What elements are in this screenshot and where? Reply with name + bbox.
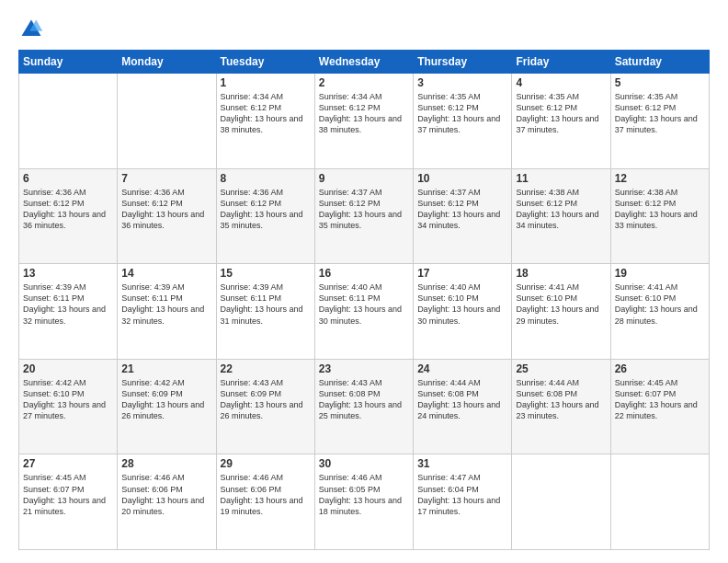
calendar-cell: 29Sunrise: 4:46 AM Sunset: 6:06 PM Dayli… [216, 454, 314, 550]
day-number: 17 [417, 267, 507, 280]
day-number: 13 [23, 267, 113, 280]
calendar-cell: 22Sunrise: 4:43 AM Sunset: 6:09 PM Dayli… [216, 359, 314, 454]
calendar-cell: 13Sunrise: 4:39 AM Sunset: 6:11 PM Dayli… [19, 264, 118, 360]
weekday-monday: Monday [118, 51, 216, 74]
calendar-cell: 23Sunrise: 4:43 AM Sunset: 6:08 PM Dayli… [314, 359, 413, 454]
day-info: Sunrise: 4:41 AM Sunset: 6:10 PM Dayligh… [516, 282, 606, 327]
day-number: 4 [516, 76, 606, 89]
day-info: Sunrise: 4:46 AM Sunset: 6:05 PM Dayligh… [319, 472, 409, 517]
day-number: 22 [221, 362, 311, 375]
day-info: Sunrise: 4:43 AM Sunset: 6:09 PM Dayligh… [221, 377, 311, 422]
day-info: Sunrise: 4:38 AM Sunset: 6:12 PM Dayligh… [615, 187, 705, 232]
day-number: 6 [23, 172, 113, 185]
day-info: Sunrise: 4:37 AM Sunset: 6:12 PM Dayligh… [417, 187, 507, 232]
calendar-cell: 31Sunrise: 4:47 AM Sunset: 6:04 PM Dayli… [414, 454, 512, 550]
day-number: 3 [417, 76, 507, 89]
weekday-wednesday: Wednesday [314, 51, 413, 74]
calendar-cell: 8Sunrise: 4:36 AM Sunset: 6:12 PM Daylig… [216, 168, 314, 264]
day-number: 8 [221, 172, 311, 185]
day-info: Sunrise: 4:44 AM Sunset: 6:08 PM Dayligh… [417, 377, 507, 422]
calendar-cell [610, 454, 709, 550]
day-info: Sunrise: 4:35 AM Sunset: 6:12 PM Dayligh… [516, 91, 606, 136]
day-info: Sunrise: 4:38 AM Sunset: 6:12 PM Dayligh… [516, 187, 606, 232]
day-info: Sunrise: 4:47 AM Sunset: 6:04 PM Dayligh… [417, 472, 507, 517]
calendar-cell: 3Sunrise: 4:35 AM Sunset: 6:12 PM Daylig… [414, 74, 512, 169]
day-number: 28 [121, 457, 211, 470]
day-number: 23 [319, 362, 409, 375]
weekday-friday: Friday [512, 51, 610, 74]
calendar-cell: 11Sunrise: 4:38 AM Sunset: 6:12 PM Dayli… [512, 168, 610, 264]
day-number: 7 [121, 172, 211, 185]
calendar-cell: 24Sunrise: 4:44 AM Sunset: 6:08 PM Dayli… [414, 359, 512, 454]
day-info: Sunrise: 4:46 AM Sunset: 6:06 PM Dayligh… [221, 472, 311, 517]
calendar-cell: 21Sunrise: 4:42 AM Sunset: 6:09 PM Dayli… [118, 359, 216, 454]
week-row-3: 13Sunrise: 4:39 AM Sunset: 6:11 PM Dayli… [19, 264, 710, 360]
calendar-cell: 25Sunrise: 4:44 AM Sunset: 6:08 PM Dayli… [512, 359, 610, 454]
calendar-cell: 18Sunrise: 4:41 AM Sunset: 6:10 PM Dayli… [512, 264, 610, 360]
calendar-cell: 9Sunrise: 4:37 AM Sunset: 6:12 PM Daylig… [314, 168, 413, 264]
day-number: 16 [319, 267, 409, 280]
day-info: Sunrise: 4:41 AM Sunset: 6:10 PM Dayligh… [615, 282, 705, 327]
calendar-cell: 20Sunrise: 4:42 AM Sunset: 6:10 PM Dayli… [19, 359, 118, 454]
day-info: Sunrise: 4:39 AM Sunset: 6:11 PM Dayligh… [121, 282, 211, 327]
logo-icon [18, 17, 44, 42]
day-number: 25 [516, 362, 606, 375]
day-info: Sunrise: 4:34 AM Sunset: 6:12 PM Dayligh… [319, 91, 409, 136]
day-number: 14 [121, 267, 211, 280]
day-number: 11 [516, 172, 606, 185]
day-info: Sunrise: 4:37 AM Sunset: 6:12 PM Dayligh… [319, 187, 409, 232]
calendar-cell: 2Sunrise: 4:34 AM Sunset: 6:12 PM Daylig… [314, 74, 413, 169]
day-info: Sunrise: 4:34 AM Sunset: 6:12 PM Dayligh… [221, 91, 311, 136]
weekday-tuesday: Tuesday [216, 51, 314, 74]
day-info: Sunrise: 4:42 AM Sunset: 6:09 PM Dayligh… [121, 377, 211, 422]
week-row-2: 6Sunrise: 4:36 AM Sunset: 6:12 PM Daylig… [19, 168, 710, 264]
calendar-cell [118, 74, 216, 169]
calendar-cell: 6Sunrise: 4:36 AM Sunset: 6:12 PM Daylig… [19, 168, 118, 264]
calendar-cell: 26Sunrise: 4:45 AM Sunset: 6:07 PM Dayli… [610, 359, 709, 454]
day-number: 24 [417, 362, 507, 375]
week-row-5: 27Sunrise: 4:45 AM Sunset: 6:07 PM Dayli… [19, 454, 710, 550]
calendar-cell: 5Sunrise: 4:35 AM Sunset: 6:12 PM Daylig… [610, 74, 709, 169]
logo [18, 17, 48, 42]
weekday-header-row: SundayMondayTuesdayWednesdayThursdayFrid… [19, 51, 710, 74]
calendar-cell: 17Sunrise: 4:40 AM Sunset: 6:10 PM Dayli… [414, 264, 512, 360]
calendar-cell: 4Sunrise: 4:35 AM Sunset: 6:12 PM Daylig… [512, 74, 610, 169]
calendar-cell: 30Sunrise: 4:46 AM Sunset: 6:05 PM Dayli… [314, 454, 413, 550]
calendar-cell: 15Sunrise: 4:39 AM Sunset: 6:11 PM Dayli… [216, 264, 314, 360]
day-number: 29 [221, 457, 311, 470]
day-number: 1 [221, 76, 311, 89]
calendar-table: SundayMondayTuesdayWednesdayThursdayFrid… [18, 50, 710, 550]
day-info: Sunrise: 4:40 AM Sunset: 6:11 PM Dayligh… [319, 282, 409, 327]
day-info: Sunrise: 4:39 AM Sunset: 6:11 PM Dayligh… [23, 282, 113, 327]
calendar-cell: 10Sunrise: 4:37 AM Sunset: 6:12 PM Dayli… [414, 168, 512, 264]
day-info: Sunrise: 4:36 AM Sunset: 6:12 PM Dayligh… [221, 187, 311, 232]
day-info: Sunrise: 4:39 AM Sunset: 6:11 PM Dayligh… [221, 282, 311, 327]
day-number: 31 [417, 457, 507, 470]
weekday-thursday: Thursday [414, 51, 512, 74]
day-info: Sunrise: 4:36 AM Sunset: 6:12 PM Dayligh… [121, 187, 211, 232]
calendar-cell: 28Sunrise: 4:46 AM Sunset: 6:06 PM Dayli… [118, 454, 216, 550]
weekday-sunday: Sunday [19, 51, 118, 74]
calendar-cell: 1Sunrise: 4:34 AM Sunset: 6:12 PM Daylig… [216, 74, 314, 169]
day-number: 18 [516, 267, 606, 280]
calendar-cell [512, 454, 610, 550]
calendar-cell: 19Sunrise: 4:41 AM Sunset: 6:10 PM Dayli… [610, 264, 709, 360]
day-number: 20 [23, 362, 113, 375]
calendar-cell: 27Sunrise: 4:45 AM Sunset: 6:07 PM Dayli… [19, 454, 118, 550]
day-number: 12 [615, 172, 705, 185]
day-info: Sunrise: 4:36 AM Sunset: 6:12 PM Dayligh… [23, 187, 113, 232]
day-number: 19 [615, 267, 705, 280]
day-info: Sunrise: 4:40 AM Sunset: 6:10 PM Dayligh… [417, 282, 507, 327]
day-number: 9 [319, 172, 409, 185]
header [18, 17, 710, 42]
day-info: Sunrise: 4:44 AM Sunset: 6:08 PM Dayligh… [516, 377, 606, 422]
page: SundayMondayTuesdayWednesdayThursdayFrid… [0, 0, 728, 563]
day-number: 5 [615, 76, 705, 89]
calendar-cell: 12Sunrise: 4:38 AM Sunset: 6:12 PM Dayli… [610, 168, 709, 264]
day-number: 2 [319, 76, 409, 89]
day-info: Sunrise: 4:35 AM Sunset: 6:12 PM Dayligh… [417, 91, 507, 136]
day-number: 26 [615, 362, 705, 375]
calendar-cell: 7Sunrise: 4:36 AM Sunset: 6:12 PM Daylig… [118, 168, 216, 264]
day-info: Sunrise: 4:45 AM Sunset: 6:07 PM Dayligh… [23, 472, 113, 517]
calendar-cell [19, 74, 118, 169]
